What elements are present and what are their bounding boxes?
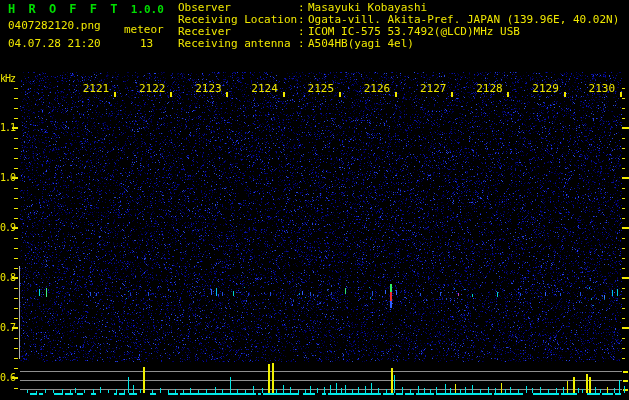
time-label: 2122 [130,83,174,94]
output-filename: 0407282120.png [8,20,101,32]
time-label: 2124 [243,83,287,94]
freq-label: 0.9 [0,223,15,233]
app-version: 1.0.0 [131,3,164,16]
freq-axis-unit: kHz [0,74,15,84]
datetime-label: 04.07.28 21:20 [8,38,101,50]
time-label: 2125 [299,83,343,94]
observer-info-block: Observer:Masayuki Kobayashi Receiving Lo… [178,2,619,50]
freq-label: 1.0 [0,173,15,183]
mode-label: meteor [124,24,164,36]
spectrogram-canvas [0,0,629,400]
app-title: H R O F F T [8,2,120,16]
time-label: 2121 [74,83,118,94]
info-separator: : [298,38,308,50]
freq-label: 1.1 [0,123,15,133]
echo-count: 13 [140,38,153,50]
time-label: 2128 [467,83,511,94]
hrofft-screen: H R O F F T 1.0.0 0407282120.png meteor … [0,0,629,400]
time-label: 2123 [186,83,230,94]
time-label: 2126 [355,83,399,94]
time-label: 2127 [411,83,455,94]
info-label: Receiving antenna [178,38,298,50]
title-block: H R O F F T 1.0.0 [8,2,164,16]
time-label: 2130 [580,83,624,94]
freq-label: 0.6 [0,373,15,383]
time-label: 2129 [524,83,568,94]
info-row-antenna: Receiving antenna:A504HB(yagi 4el) [178,38,619,50]
info-value: A504HB(yagi 4el) [308,37,414,50]
freq-label: 0.8 [0,273,15,283]
freq-label: 0.7 [0,323,15,333]
